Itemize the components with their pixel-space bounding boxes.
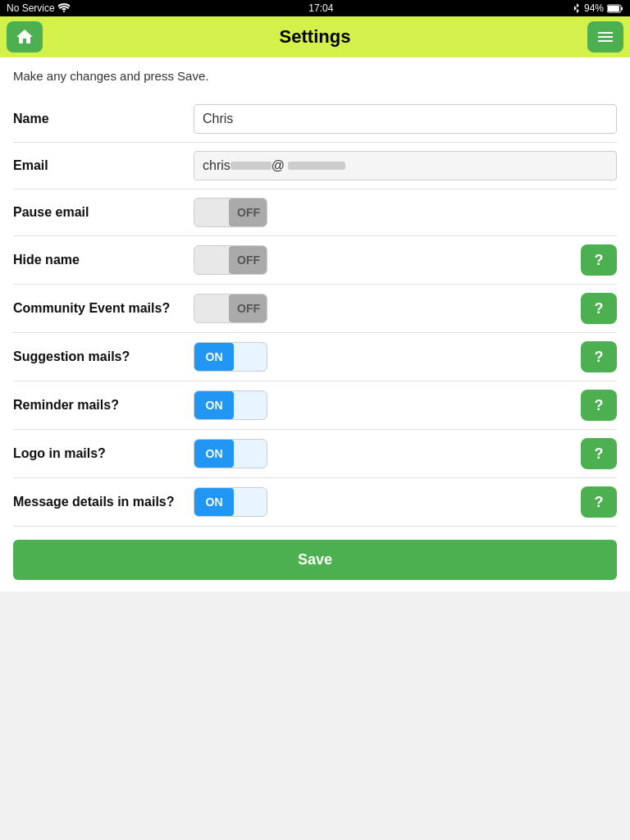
app-header: Settings bbox=[0, 16, 630, 57]
email-display: chris @ bbox=[194, 151, 617, 180]
svg-rect-1 bbox=[608, 6, 619, 11]
suggestion-mails-toggle[interactable] bbox=[194, 342, 267, 372]
suggestion-mails-label: Suggestion mails? bbox=[13, 349, 194, 364]
pause-email-toggle[interactable] bbox=[194, 198, 267, 227]
suggestion-mails-row: Suggestion mails? ? bbox=[13, 333, 617, 381]
email-prefix: chris bbox=[203, 158, 231, 173]
status-bar: No Service 17:04 94% bbox=[0, 0, 630, 16]
hide-name-help-button[interactable]: ? bbox=[581, 244, 617, 276]
hide-name-row: Hide name ? bbox=[13, 236, 617, 285]
message-details-toggle[interactable] bbox=[194, 487, 267, 517]
logo-in-mails-toggle[interactable] bbox=[194, 439, 267, 468]
settings-content: Make any changes and press Save. Name Em… bbox=[0, 57, 630, 591]
message-details-control bbox=[194, 487, 574, 517]
battery-icon bbox=[607, 4, 623, 13]
reminder-mails-help-button[interactable]: ? bbox=[581, 390, 617, 421]
pause-email-row: Pause email bbox=[13, 189, 617, 236]
suggestion-mails-help-button[interactable]: ? bbox=[581, 341, 617, 372]
home-button[interactable] bbox=[7, 21, 43, 52]
logo-in-mails-label: Logo in mails? bbox=[13, 446, 194, 461]
email-field-wrapper: chris @ bbox=[194, 151, 617, 180]
signal-text: No Service bbox=[7, 2, 55, 14]
hide-name-toggle[interactable] bbox=[194, 245, 267, 275]
suggestion-mails-control bbox=[194, 342, 574, 372]
name-label: Name bbox=[13, 112, 194, 126]
community-event-mails-row: Community Event mails? ? bbox=[13, 285, 617, 333]
email-at: @ bbox=[272, 158, 285, 173]
hide-name-control bbox=[194, 245, 574, 275]
community-event-mails-toggle[interactable] bbox=[194, 294, 267, 323]
name-input[interactable] bbox=[194, 104, 617, 134]
reminder-mails-label: Reminder mails? bbox=[13, 398, 194, 413]
email-mask-1 bbox=[231, 162, 272, 170]
home-icon bbox=[15, 27, 34, 47]
message-details-label: Message details in mails? bbox=[13, 495, 194, 509]
message-details-row: Message details in mails? ? bbox=[13, 478, 617, 527]
status-left: No Service bbox=[7, 2, 70, 14]
battery-text: 94% bbox=[584, 2, 604, 14]
status-time: 17:04 bbox=[308, 2, 333, 14]
logo-in-mails-row: Logo in mails? ? bbox=[13, 430, 617, 478]
menu-button[interactable] bbox=[587, 21, 623, 52]
reminder-mails-control bbox=[194, 390, 574, 420]
community-event-mails-label: Community Event mails? bbox=[13, 301, 194, 316]
menu-icon bbox=[596, 27, 615, 47]
email-mask-2 bbox=[288, 162, 345, 170]
page-title: Settings bbox=[43, 26, 587, 48]
pause-email-control bbox=[194, 198, 617, 227]
svg-rect-2 bbox=[621, 7, 623, 10]
logo-in-mails-control bbox=[194, 439, 574, 468]
reminder-mails-toggle[interactable] bbox=[194, 390, 267, 420]
message-details-help-button[interactable]: ? bbox=[581, 486, 617, 518]
hide-name-label: Hide name bbox=[13, 253, 194, 267]
email-row: Email chris @ bbox=[13, 143, 617, 189]
wifi-icon bbox=[58, 3, 70, 13]
pause-email-label: Pause email bbox=[13, 205, 194, 220]
community-event-mails-help-button[interactable]: ? bbox=[581, 293, 617, 324]
name-row: Name bbox=[13, 96, 617, 143]
logo-in-mails-help-button[interactable]: ? bbox=[581, 438, 617, 469]
name-field-wrapper bbox=[194, 104, 617, 134]
save-button[interactable]: Save bbox=[13, 540, 617, 580]
settings-subtitle: Make any changes and press Save. bbox=[13, 69, 617, 83]
email-label: Email bbox=[13, 158, 194, 173]
status-right: 94% bbox=[573, 2, 623, 14]
community-event-mails-control bbox=[194, 294, 574, 323]
bluetooth-icon bbox=[573, 2, 581, 14]
reminder-mails-row: Reminder mails? ? bbox=[13, 381, 617, 430]
